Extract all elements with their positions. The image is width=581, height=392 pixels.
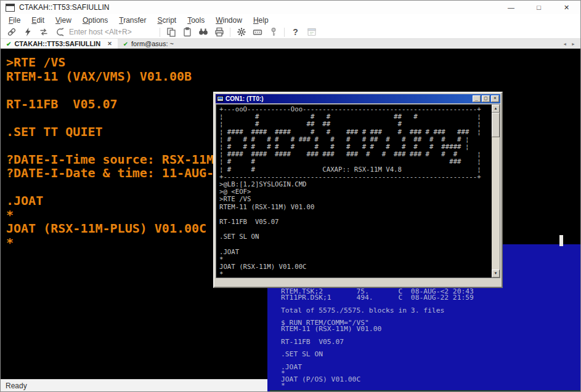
tab-scroll-left-icon[interactable]: ◄ xyxy=(563,42,567,46)
connected-check-icon: ✔ xyxy=(123,41,128,47)
key-icon[interactable] xyxy=(267,26,280,38)
scroll-up-icon[interactable]: ▲ xyxy=(492,105,500,113)
reconnect-icon[interactable] xyxy=(37,26,50,38)
securecrt-window: CTAKAH::TT53:SAFIULLIN — □ ✕ File Edit V… xyxy=(0,0,581,392)
toolbar-separator xyxy=(160,28,160,37)
tab-form-asus[interactable]: ✔ form@asus: ~ xyxy=(118,39,179,49)
status-text: Ready xyxy=(6,382,27,390)
con1-terminal-text: +---ooO-----------Ooo-------------------… xyxy=(216,105,492,278)
window-title: CTAKAH::TT53:SAFIULLIN xyxy=(19,3,109,12)
copy-icon[interactable] xyxy=(165,26,177,38)
toolbar: ? xyxy=(1,26,580,39)
tab-label: CTAKAH::TT53:SAFIULLIN xyxy=(14,40,100,47)
scrollbar-fragment xyxy=(559,235,563,246)
con1-maximize-button[interactable]: □ xyxy=(482,95,490,102)
menu-tools[interactable]: Tools xyxy=(182,15,210,25)
menu-options[interactable]: Options xyxy=(77,15,113,25)
menu-edit[interactable]: Edit xyxy=(26,15,50,25)
host-input[interactable] xyxy=(69,28,155,36)
tab-scroll-right-icon[interactable]: ► xyxy=(571,42,575,46)
tabbar: ✔ CTAKAH::TT53:SAFIULLIN ✕ ✔ form@asus: … xyxy=(1,39,580,49)
quick-connect-icon[interactable] xyxy=(21,26,34,38)
terminal-icon xyxy=(217,96,224,102)
menu-help[interactable]: Help xyxy=(248,15,274,25)
options-icon[interactable] xyxy=(235,26,248,38)
tab-close-icon[interactable]: ✕ xyxy=(107,41,112,47)
connect-icon[interactable] xyxy=(5,26,18,38)
window-titlebar: CTAKAH::TT53:SAFIULLIN — □ ✕ xyxy=(1,1,580,14)
keymap-icon[interactable] xyxy=(251,26,264,38)
find-icon[interactable] xyxy=(197,26,209,38)
minimize-button[interactable]: — xyxy=(497,1,525,14)
con1-title: CON1: (TT0:) xyxy=(225,95,264,102)
con1-titlebar[interactable]: CON1: (TT0:) _ □ × xyxy=(216,94,500,103)
toolbar-separator xyxy=(284,28,285,37)
menubar: File Edit View Options Transfer Script T… xyxy=(1,14,580,26)
toolbar-separator xyxy=(230,28,230,37)
scroll-down-icon[interactable]: ▼ xyxy=(492,270,500,278)
menu-transfer[interactable]: Transfer xyxy=(113,15,152,25)
scrollbar-thumb[interactable] xyxy=(492,113,500,137)
con1-terminal[interactable]: +---ooO-----------Ooo-------------------… xyxy=(216,104,500,278)
app-icon xyxy=(6,4,15,12)
close-button[interactable]: ✕ xyxy=(553,1,580,14)
con1-close-button[interactable]: × xyxy=(491,95,499,102)
con1-window[interactable]: CON1: (TT0:) _ □ × +---ooO-----------Ooo… xyxy=(213,92,503,288)
connected-check-icon: ✔ xyxy=(6,41,11,47)
menu-script[interactable]: Script xyxy=(152,15,182,25)
disconnect-icon[interactable] xyxy=(53,26,66,38)
paste-icon[interactable] xyxy=(181,26,193,38)
tab-ctakah[interactable]: ✔ CTAKAH::TT53:SAFIULLIN ✕ xyxy=(1,39,118,49)
con1-minimize-button[interactable]: _ xyxy=(473,95,481,102)
menu-window[interactable]: Window xyxy=(210,15,248,25)
maximize-button[interactable]: □ xyxy=(525,1,553,14)
tab-label: form@asus: ~ xyxy=(131,40,174,47)
menu-file[interactable]: File xyxy=(3,15,26,25)
menu-view[interactable]: View xyxy=(50,15,77,25)
help-icon[interactable]: ? xyxy=(289,26,302,38)
print-icon[interactable] xyxy=(213,26,225,38)
session-manager-icon[interactable] xyxy=(305,26,318,38)
con1-scrollbar[interactable]: ▲ ▼ xyxy=(492,105,500,278)
